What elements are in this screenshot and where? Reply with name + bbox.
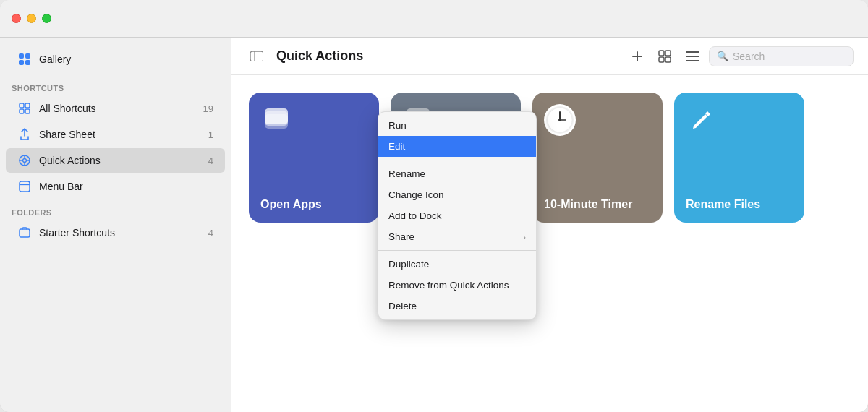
svg-point-39: [558, 119, 561, 121]
minimize-button[interactable]: [27, 14, 36, 23]
edit-label: Edit: [388, 141, 405, 152]
svg-rect-4: [20, 103, 24, 108]
timer-icon: [544, 104, 576, 136]
maximize-button[interactable]: [42, 14, 51, 23]
rename-label: Rename: [388, 168, 425, 179]
timer-label: 10-Minute Timer: [544, 197, 651, 211]
add-button[interactable]: [626, 46, 648, 67]
context-menu-remove-from-quick-actions[interactable]: Remove from Quick Actions: [378, 275, 536, 296]
share-sheet-label: Share Sheet: [39, 129, 201, 140]
search-input[interactable]: [733, 51, 846, 62]
svg-rect-22: [665, 51, 671, 56]
content-area: Gallery Shortcuts All Shortcuts 19: [0, 38, 868, 412]
context-menu-add-to-dock[interactable]: Add to Dock: [378, 205, 536, 226]
gallery-label: Gallery: [39, 53, 71, 65]
titlebar: [0, 0, 868, 38]
main-header: Quick Actions: [231, 38, 868, 75]
svg-rect-14: [20, 181, 30, 192]
svg-rect-21: [659, 51, 664, 56]
context-menu-section-2: Rename Change Icon Add to Dock Share ›: [378, 160, 536, 250]
quick-actions-count: 4: [208, 155, 213, 166]
svg-rect-24: [665, 57, 671, 62]
sidebar-toggle-button[interactable]: [246, 46, 268, 67]
card-timer[interactable]: 10-Minute Timer: [532, 93, 663, 223]
search-bar[interactable]: 🔍: [709, 46, 854, 66]
context-menu-section-3: Duplicate Remove from Quick Actions Dele…: [378, 250, 536, 319]
context-menu-edit[interactable]: Edit: [378, 136, 536, 157]
list-view-button[interactable]: [681, 46, 703, 67]
menu-bar-icon: [17, 179, 32, 194]
starter-shortcuts-label: Starter Shortcuts: [39, 227, 201, 239]
svg-rect-16: [20, 229, 30, 237]
svg-rect-3: [25, 60, 30, 65]
add-to-dock-label: Add to Dock: [388, 210, 442, 221]
quick-actions-icon: [17, 153, 32, 168]
context-menu-delete[interactable]: Delete: [378, 296, 536, 317]
sidebar-item-starter-shortcuts[interactable]: Starter Shortcuts 4: [6, 220, 225, 245]
duplicate-label: Duplicate: [388, 259, 429, 270]
change-icon-label: Change Icon: [388, 189, 444, 200]
svg-rect-30: [265, 108, 288, 124]
context-menu-section-1: Run Edit: [378, 112, 536, 160]
svg-rect-5: [25, 103, 30, 108]
context-menu: Run Edit Rename Change: [378, 111, 537, 320]
context-menu-duplicate[interactable]: Duplicate: [378, 254, 536, 275]
rename-files-label: Rename Files: [686, 197, 793, 211]
share-sheet-icon: [17, 127, 32, 142]
sidebar-item-all-shortcuts[interactable]: All Shortcuts 19: [6, 96, 225, 121]
share-label: Share: [388, 231, 414, 242]
svg-rect-7: [25, 109, 30, 113]
sidebar-item-gallery[interactable]: Gallery: [6, 46, 225, 72]
shortcuts-section-header: Shortcuts: [0, 78, 231, 95]
open-apps-icon: [260, 104, 292, 136]
card-open-apps[interactable]: Open Apps Run Edit: [249, 93, 379, 223]
delete-label: Delete: [388, 301, 417, 312]
svg-rect-2: [19, 60, 24, 65]
gallery-icon: [17, 52, 32, 66]
folders-section-header: Folders: [0, 202, 231, 220]
context-menu-run[interactable]: Run: [378, 115, 536, 136]
sidebar-item-quick-actions[interactable]: Quick Actions 4: [6, 148, 225, 173]
menu-bar-label: Menu Bar: [39, 181, 206, 192]
sidebar-item-menu-bar[interactable]: Menu Bar: [6, 174, 225, 199]
open-apps-label: Open Apps: [260, 197, 367, 211]
traffic-lights: [12, 14, 51, 23]
run-label: Run: [388, 120, 407, 131]
quick-actions-label: Quick Actions: [39, 155, 201, 166]
grid-view-button[interactable]: [654, 46, 676, 67]
context-menu-share[interactable]: Share ›: [378, 226, 536, 247]
main-window: Gallery Shortcuts All Shortcuts 19: [0, 0, 868, 412]
share-sheet-count: 1: [208, 129, 213, 140]
starter-shortcuts-count: 4: [208, 228, 213, 239]
remove-label: Remove from Quick Actions: [388, 280, 509, 291]
svg-rect-1: [25, 53, 30, 59]
all-shortcuts-label: All Shortcuts: [39, 103, 196, 114]
svg-point-9: [23, 159, 27, 163]
card-rename[interactable]: Rename Files: [674, 93, 804, 223]
search-icon: 🔍: [717, 51, 728, 61]
sidebar-item-share-sheet[interactable]: Share Sheet 1: [6, 122, 225, 147]
starter-shortcuts-icon: [17, 226, 32, 240]
context-menu-rename[interactable]: Rename: [378, 163, 536, 184]
svg-rect-6: [20, 109, 24, 113]
all-shortcuts-icon: [17, 101, 32, 116]
close-button[interactable]: [12, 14, 21, 23]
share-submenu-chevron: ›: [523, 233, 526, 241]
main-content: Quick Actions: [231, 38, 868, 412]
svg-rect-0: [19, 53, 24, 59]
sidebar: Gallery Shortcuts All Shortcuts 19: [0, 38, 231, 412]
svg-rect-23: [659, 57, 664, 62]
all-shortcuts-count: 19: [203, 103, 213, 114]
rename-icon: [686, 104, 718, 136]
cards-area: Open Apps Run Edit: [231, 75, 868, 412]
page-title: Quick Actions: [276, 48, 618, 64]
header-actions: 🔍: [626, 46, 854, 67]
svg-rect-17: [250, 51, 263, 61]
context-menu-change-icon[interactable]: Change Icon: [378, 184, 536, 205]
